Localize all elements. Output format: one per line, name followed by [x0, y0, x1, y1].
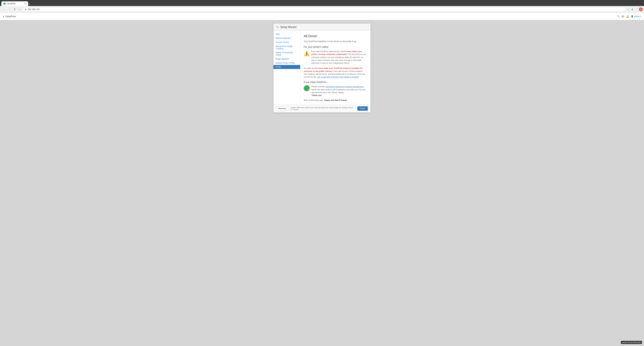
sidebar-item-start[interactable]: Start: [274, 32, 300, 36]
menu-button[interactable]: ⋮: [634, 7, 638, 11]
intro-text: Your OctoPrint installation is now all s…: [304, 40, 367, 43]
final-bold: Happy and Safe Printing: [324, 99, 346, 101]
browser-actions: ☆ ⬇ ⋮ M: [626, 7, 643, 11]
final-end: !: [346, 99, 347, 101]
support-text: Please consider supporting OctoPrint's o…: [312, 85, 367, 97]
bell-icon[interactable]: 🔔: [626, 15, 629, 18]
sidebar-item-plugin-blacklist[interactable]: Plugin Blacklist: [274, 57, 300, 61]
para1-before: You also should: [304, 67, 318, 69]
sidebar-item-access-control[interactable]: Access Control: [274, 40, 300, 44]
sidebar-item-anonymous-tracking[interactable]: Anonymous Usage Tracking: [274, 44, 300, 51]
address-text: 192.168.1.93: [28, 8, 624, 10]
user-dropdown-icon: ▾: [640, 15, 641, 17]
wizard-panel: 🔧 Setup Wizard Start Restore Backup? Acc…: [273, 23, 371, 113]
address-bar[interactable]: 🔒 192.168.1.93: [23, 7, 626, 12]
tab-close-button[interactable]: ✕: [24, 2, 26, 5]
sidebar-item-printer-profile[interactable]: Default Printer Profile: [274, 61, 300, 65]
previous-button[interactable]: Previous: [276, 106, 288, 111]
safety-text: Even with OctoPrint attached you should …: [311, 50, 367, 64]
sidebar-item-restore[interactable]: Restore Backup?: [274, 36, 300, 40]
app-header-actions: 🔧 ⏻ 🔔 👤 Martin ▾: [617, 15, 641, 18]
star-button[interactable]: ☆: [626, 7, 630, 11]
app-body: 🔧 Setup Wizard Start Restore Backup? Acc…: [0, 20, 644, 346]
user-icon: 👤: [631, 15, 634, 17]
browser-tabs: OctoPrint ✕ +: [1, 0, 643, 6]
octoprint-logo-icon: ●: [3, 15, 4, 18]
browser-user-avatar[interactable]: M: [639, 7, 643, 11]
sidebar-item-finish[interactable]: Finish: [274, 65, 300, 69]
lock-icon: 🔒: [24, 8, 27, 10]
patreon-icon: [304, 85, 310, 91]
user-menu[interactable]: 👤 Martin ▾: [631, 15, 641, 17]
browser-nav: ← → ↻ ⌂ 🔒 192.168.1.93 ☆ ⬇ ⋮ M: [0, 6, 644, 13]
wizard-content: All Done! Your OctoPrint installation is…: [300, 31, 370, 105]
wizard-body: Start Restore Backup? Access Control Ano…: [274, 31, 370, 105]
footer-hint: Unless otherwise noted, you may just ski…: [290, 107, 355, 111]
safety-heading: For your printer's safety: [304, 45, 367, 49]
support-link[interactable]: supporting OctoPrint's ongoing developme…: [326, 86, 364, 88]
support-before: Please consider: [312, 86, 326, 88]
final-before: With all that being said,: [304, 99, 324, 101]
finish-button[interactable]: Finish: [358, 106, 368, 111]
app-name: OctoPrint: [5, 15, 16, 18]
tab-favicon: [3, 2, 6, 5]
wizard-header: 🔧 Setup Wizard: [274, 24, 370, 31]
safety-box: ⚠️ Even with OctoPrint attached you shou…: [304, 50, 367, 64]
browser-chrome: OctoPrint ✕ +: [0, 0, 644, 6]
safety-text-before: Even with OctoPrint attached you should: [311, 50, 346, 52]
new-tab-button[interactable]: +: [28, 2, 31, 6]
sidebar-item-online-check[interactable]: Online Connectivity Check: [274, 51, 300, 57]
wizard-footer: Previous Unless otherwise noted, you may…: [274, 105, 370, 112]
safe-access-link[interactable]: use a safe way to access your instance r…: [317, 76, 359, 78]
back-button[interactable]: ←: [1, 7, 6, 11]
download-button[interactable]: ⬇: [630, 7, 634, 11]
final-text: With all that being said, Happy and Safe…: [304, 99, 367, 102]
screen-recorder-badge: movavi Screen Recorder: [621, 341, 642, 344]
wrench-icon[interactable]: 🔧: [617, 15, 620, 18]
browser-tab-active[interactable]: OctoPrint ✕: [1, 1, 28, 6]
enjoy-section: If you enjoy OctoPrint... Please conside…: [304, 80, 367, 97]
wizard-sidebar: Start Restore Backup? Access Control Ano…: [274, 31, 300, 105]
home-button[interactable]: ⌂: [18, 7, 22, 11]
power-icon[interactable]: ⏻: [622, 15, 624, 18]
app-header: ● OctoPrint 🔧 ⏻ 🔔 👤 Martin ▾: [0, 13, 644, 20]
wizard-title: Setup Wizard: [280, 26, 296, 29]
para1-italic: will: [342, 73, 344, 75]
tab-title: OctoPrint: [7, 2, 23, 5]
wizard-wrench-icon: 🔧: [276, 26, 279, 28]
support-thanks: Thank you!: [312, 94, 322, 96]
app-logo: ● OctoPrint: [3, 15, 16, 18]
forward-button[interactable]: →: [7, 7, 12, 11]
reload-button[interactable]: ↻: [13, 7, 17, 11]
enjoy-heading: If you enjoy OctoPrint...: [304, 80, 367, 84]
user-name: Martin: [634, 15, 640, 17]
warning-icon: ⚠️: [304, 50, 310, 57]
internet-warning-para: You also should never make your OctoPrin…: [304, 67, 367, 78]
support-box: Please consider supporting OctoPrint's o…: [304, 85, 367, 97]
content-heading: All Done!: [304, 33, 367, 38]
